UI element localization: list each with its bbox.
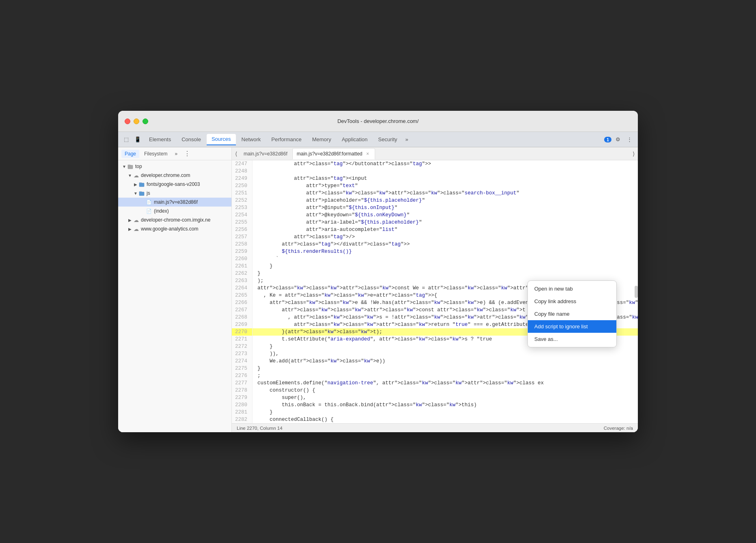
editor-collapse-btn: ⟩ — [631, 150, 636, 158]
context-menu: Open in new tab Copy link address Copy f… — [527, 280, 617, 347]
scrollbar[interactable] — [635, 286, 638, 298]
tree-label-index: (index) — [154, 208, 169, 214]
editor-nav-back[interactable]: ⟨ — [233, 150, 239, 158]
tab-elements[interactable]: Elements — [144, 134, 176, 145]
tab-application[interactable]: Application — [337, 134, 373, 145]
tree-arrow-imgix: ▶ — [127, 217, 133, 223]
tab-console[interactable]: Console — [177, 134, 206, 145]
tree-label-analytics: www.google-analytics.com — [141, 226, 198, 232]
folder-icon-js — [138, 190, 145, 196]
sidebar-tree: ▼ top ▼ ☁ developer.chrome.com ▶ fonts/g… — [118, 160, 231, 432]
inspect-button[interactable]: ⬚ — [121, 135, 131, 144]
tree-item-developer-chrome[interactable]: ▼ ☁ developer.chrome.com — [118, 171, 231, 180]
svg-rect-4 — [139, 192, 144, 196]
tree-label-fonts: fonts/google-sans-v2003 — [147, 181, 200, 187]
folder-icon-fonts — [138, 181, 145, 187]
context-menu-open-new-tab[interactable]: Open in new tab — [528, 282, 616, 295]
context-menu-save-as[interactable]: Save as... — [528, 333, 616, 345]
device-toggle-button[interactable]: 📱 — [132, 135, 143, 144]
tree-arrow-fonts: ▶ — [133, 181, 138, 187]
folder-icon-top — [127, 163, 134, 170]
tree-item-js[interactable]: ▼ js — [118, 189, 231, 198]
svg-rect-5 — [139, 192, 142, 192]
tree-item-top[interactable]: ▼ top — [118, 162, 231, 171]
cloud-icon-imgix: ☁ — [133, 217, 139, 223]
status-bar: Line 2270, Column 14 Coverage: n/a — [232, 423, 638, 432]
settings-button[interactable]: ⚙ — [613, 135, 623, 144]
sidebar-menu-button[interactable]: ⋮ — [181, 149, 193, 158]
devtools-tab-bar: ⬚ 📱 Elements Console Sources Network Per… — [118, 132, 638, 147]
tree-arrow-js: ▼ — [133, 190, 138, 196]
tree-item-imgix[interactable]: ▶ ☁ developer-chrome-com.imgix.ne — [118, 215, 231, 224]
title-bar: DevTools - developer.chrome.com/ — [118, 111, 638, 132]
tree-arrow-top: ▼ — [121, 164, 127, 169]
file-icon-main-js: 📄 — [146, 199, 152, 205]
tab-performance[interactable]: Performance — [266, 134, 306, 145]
tab-security[interactable]: Security — [373, 134, 402, 145]
sidebar-tab-bar: Page Filesystem » ⋮ — [118, 147, 231, 160]
tree-arrow-analytics: ▶ — [127, 226, 133, 232]
tree-item-analytics[interactable]: ▶ ☁ www.google-analytics.com — [118, 224, 231, 233]
more-tabs-button[interactable]: » — [403, 135, 410, 144]
tree-label-top: top — [135, 164, 142, 169]
window-title: DevTools - developer.chrome.com/ — [337, 118, 419, 124]
editor-tab-bar: ⟨ main.js?v=e382d86f main.js?v=e382d86f:… — [232, 147, 638, 160]
tree-label-main-js: main.js?v=e382d86f — [154, 199, 198, 205]
minimize-button[interactable] — [134, 119, 139, 124]
more-options-button[interactable]: ⋮ — [624, 135, 635, 144]
close-button[interactable] — [125, 119, 130, 124]
maximize-button[interactable] — [143, 119, 148, 124]
cloud-icon-developer-chrome: ☁ — [133, 172, 139, 179]
editor-tab-main-js-label: main.js?v=e382d86f — [244, 151, 287, 157]
notification-badge: 1 — [604, 137, 611, 142]
editor-tab-main-js[interactable]: main.js?v=e382d86f — [240, 148, 292, 159]
tab-network[interactable]: Network — [237, 134, 266, 145]
tree-item-index[interactable]: 📄 (index) — [118, 207, 231, 215]
svg-rect-3 — [139, 183, 142, 183]
sidebar-tab-page[interactable]: Page — [121, 150, 139, 158]
editor-tab-main-js-formatted[interactable]: main.js?v=e382d86f:formatted × — [292, 148, 375, 159]
cloud-icon-analytics: ☁ — [133, 226, 139, 232]
editor-tab-close-button[interactable]: × — [365, 151, 371, 157]
editor-tab-formatted-label: main.js?v=e382d86f:formatted — [297, 151, 363, 157]
context-menu-add-ignore[interactable]: Add script to ignore list — [528, 320, 616, 333]
status-position: Line 2270, Column 14 — [237, 426, 283, 431]
tree-arrow-developer-chrome: ▼ — [127, 172, 133, 178]
tree-label-developer-chrome: developer.chrome.com — [141, 172, 190, 178]
svg-rect-1 — [128, 165, 130, 166]
traffic-lights — [125, 119, 148, 124]
context-menu-copy-filename[interactable]: Copy file name — [528, 308, 616, 320]
status-coverage: Coverage: n/a — [604, 426, 633, 431]
file-icon-index: 📄 — [146, 208, 152, 214]
context-menu-copy-link[interactable]: Copy link address — [528, 295, 616, 308]
devtools-window: DevTools - developer.chrome.com/ ⬚ 📱 Ele… — [118, 111, 638, 432]
tab-sources[interactable]: Sources — [207, 134, 236, 145]
sidebar-more-tabs-button[interactable]: » — [172, 149, 180, 158]
tree-label-js: js — [147, 190, 150, 196]
tree-item-main-js[interactable]: 📄 main.js?v=e382d86f — [118, 198, 231, 207]
tree-item-fonts[interactable]: ▶ fonts/google-sans-v2003 — [118, 180, 231, 189]
tree-label-imgix: developer-chrome-com.imgix.ne — [141, 217, 210, 223]
tab-bar-right: 1 ⚙ ⋮ — [604, 135, 635, 144]
svg-rect-0 — [128, 165, 133, 169]
main-content: Page Filesystem » ⋮ ▼ top ▼ ☁ developer.… — [118, 147, 638, 432]
collapse-panel-button[interactable]: ⟩ — [631, 150, 636, 158]
tab-memory[interactable]: Memory — [307, 134, 336, 145]
svg-rect-2 — [139, 183, 144, 187]
sidebar: Page Filesystem » ⋮ ▼ top ▼ ☁ developer.… — [118, 147, 232, 432]
sidebar-tab-filesystem[interactable]: Filesystem — [141, 150, 171, 158]
editor-area: ⟨ main.js?v=e382d86f main.js?v=e382d86f:… — [232, 147, 638, 432]
